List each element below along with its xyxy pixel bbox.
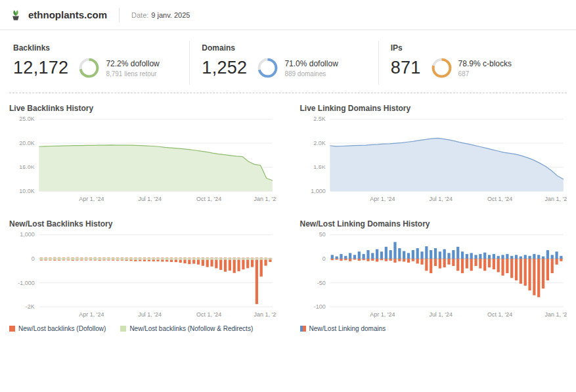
svg-text:Apr 1, '24: Apr 1, '24	[370, 311, 395, 318]
svg-text:Jul 1, '24: Jul 1, '24	[138, 311, 162, 318]
newlost-backlinks-history-chart: New/Lost Backlinks History 1,0000-1,000-…	[9, 209, 277, 333]
legend-item-nofollow: New/Lost backlinks (Nofollow & Redirects…	[120, 325, 253, 332]
nofollow-swatch-icon	[120, 326, 126, 332]
newlost-domains-swatch-icon	[300, 326, 306, 332]
svg-text:25.0K: 25.0K	[19, 116, 34, 122]
charts-grid: Live Backlinks History 25.0K20.0K15.0K10…	[0, 93, 576, 332]
newlost-linking-domains-history-chart: New/Lost Linking Domains History 500-50-…	[300, 209, 567, 333]
ips-cblocks-pct: 78.9% c-blocks	[458, 59, 512, 68]
svg-text:Jan 1, '25: Jan 1, '25	[254, 311, 277, 318]
svg-text:2.0K: 2.0K	[313, 140, 325, 146]
backlinks-stat-label: Backlinks	[13, 43, 177, 53]
legend-item-linking-domains: New/Lost Linking domains	[300, 325, 386, 332]
svg-text:10.0K: 10.0K	[19, 188, 34, 194]
svg-text:-1,000: -1,000	[18, 279, 34, 286]
svg-text:1,000: 1,000	[311, 188, 325, 194]
svg-text:50: 50	[319, 231, 325, 238]
svg-text:0: 0	[32, 255, 35, 262]
domains-dofollow-donut-icon	[257, 58, 278, 78]
svg-text:Apr 1, '24: Apr 1, '24	[79, 311, 104, 318]
chart-title: New/Lost Linking Domains History	[300, 219, 567, 229]
ips-cblocks-count: 687	[458, 70, 512, 77]
backlinks-dofollow-count: 8,791 liens retour	[106, 70, 159, 77]
chart-title: Live Linking Domains History	[300, 104, 567, 113]
chart-title: Live Backlinks History	[9, 104, 277, 113]
svg-text:Jan 1, '25: Jan 1, '25	[544, 311, 567, 318]
svg-text:15.0K: 15.0K	[19, 164, 34, 171]
ips-stat-label: IPs	[391, 43, 555, 53]
legend-label: New/Lost Linking domains	[309, 325, 386, 332]
svg-text:1.5K: 1.5K	[313, 164, 325, 171]
ips-count: 871	[391, 58, 421, 78]
svg-text:Apr 1, '24: Apr 1, '24	[370, 196, 395, 202]
linking-domains-legend: New/Lost Linking domains	[300, 325, 567, 332]
summary-stats: Backlinks 12,172 72.2% dofollow 8,791 li…	[9, 41, 567, 85]
newlost-backlinks-bar-chart: 1,0000-1,000-2KApr 1, '24Jul 1, '24Oct 1…	[9, 230, 277, 324]
svg-text:Jan 1, '25: Jan 1, '25	[544, 196, 567, 202]
svg-text:Jul 1, '24: Jul 1, '24	[429, 311, 453, 318]
plant-logo-icon	[9, 9, 22, 22]
backlinks-legend: New/Lost backlinks (Dofollow) New/Lost b…	[9, 325, 277, 332]
live-linking-domains-history-chart: Live Linking Domains History 2.5K2.0K1.5…	[300, 93, 567, 209]
legend-item-dofollow: New/Lost backlinks (Dofollow)	[9, 325, 106, 332]
domains-stat: Domains 1,252 71.0% dofollow 889 domaine…	[190, 41, 378, 85]
date-value: 9 janv. 2025	[151, 11, 190, 19]
header-divider	[119, 8, 120, 22]
svg-text:Oct 1, '24: Oct 1, '24	[196, 196, 221, 202]
ips-stat: IPs 871 78.9% c-blocks 687	[379, 41, 567, 85]
cblocks-donut-icon	[432, 58, 452, 78]
svg-text:20.0K: 20.0K	[19, 140, 34, 146]
legend-label: New/Lost backlinks (Dofollow)	[18, 325, 106, 332]
newlost-domains-bar-chart: 500-50-100Apr 1, '24Jul 1, '24Oct 1, '24…	[300, 230, 567, 324]
domains-area-chart: 2.5K2.0K1.5K1,000Apr 1, '24Jul 1, '24Oct…	[300, 114, 567, 209]
svg-text:Apr 1, '24: Apr 1, '24	[79, 196, 104, 202]
dofollow-swatch-icon	[9, 326, 15, 332]
backlinks-count: 12,172	[13, 58, 68, 78]
svg-text:Jul 1, '24: Jul 1, '24	[138, 196, 162, 202]
legend-label: New/Lost backlinks (Nofollow & Redirects…	[129, 325, 253, 332]
svg-text:2.5K: 2.5K	[313, 116, 325, 122]
svg-text:-100: -100	[313, 303, 325, 310]
dofollow-donut-icon	[79, 58, 99, 78]
svg-text:Oct 1, '24: Oct 1, '24	[487, 311, 512, 318]
chart-title: New/Lost Backlinks History	[9, 219, 277, 229]
svg-text:Oct 1, '24: Oct 1, '24	[196, 311, 221, 318]
domains-stat-label: Domains	[202, 43, 366, 53]
domains-dofollow-pct: 71.0% dofollow	[284, 59, 338, 68]
domains-dofollow-count: 889 domaines	[284, 70, 338, 77]
svg-text:-50: -50	[317, 279, 325, 286]
domains-count: 1,252	[202, 58, 247, 78]
svg-text:-2K: -2K	[26, 303, 35, 310]
site-domain-link[interactable]: ethnoplants.com	[28, 9, 107, 20]
live-backlinks-history-chart: Live Backlinks History 25.0K20.0K15.0K10…	[9, 93, 277, 209]
backlinks-dofollow-pct: 72.2% dofollow	[106, 59, 159, 68]
svg-text:Jul 1, '24: Jul 1, '24	[429, 196, 453, 202]
svg-text:0: 0	[322, 255, 325, 262]
svg-text:Oct 1, '24: Oct 1, '24	[487, 196, 512, 202]
date-label: Date:	[131, 11, 148, 19]
report-header: ethnoplants.com Date: 9 janv. 2025	[0, 0, 576, 30]
backlinks-stat: Backlinks 12,172 72.2% dofollow 8,791 li…	[9, 41, 190, 85]
backlinks-area-chart: 25.0K20.0K15.0K10.0KApr 1, '24Jul 1, '24…	[9, 114, 277, 209]
svg-text:Jan 1, '25: Jan 1, '25	[254, 196, 277, 202]
svg-text:1,000: 1,000	[20, 231, 34, 238]
